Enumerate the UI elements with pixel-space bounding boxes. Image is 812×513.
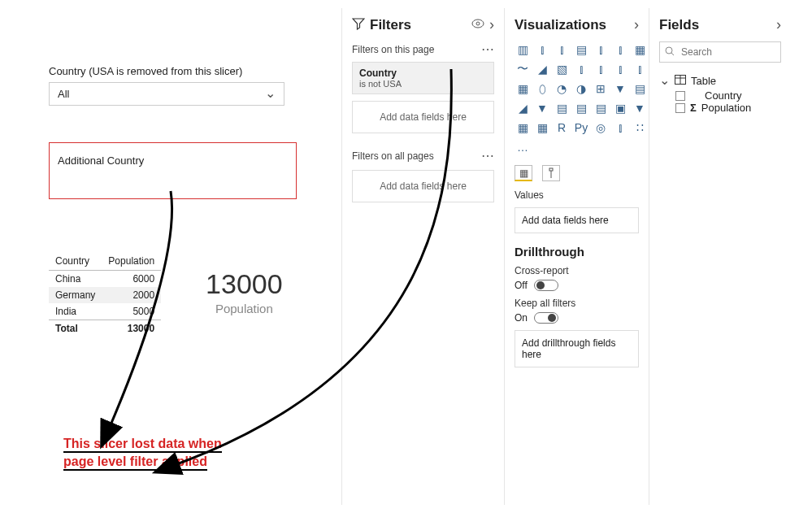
filters-title: Filters	[370, 17, 467, 33]
viz-type-35[interactable]: …	[515, 139, 531, 155]
viz-type-13[interactable]: ⫿	[632, 61, 648, 77]
viz-type-30[interactable]: R	[554, 120, 570, 136]
svg-point-0	[472, 20, 484, 28]
page-filter-dropzone[interactable]: Add data fields here	[352, 101, 494, 133]
viz-type-7[interactable]: 〜	[515, 61, 531, 77]
viz-type-10[interactable]: ⫿	[573, 61, 589, 77]
funnel-icon	[352, 17, 365, 33]
eye-icon[interactable]	[471, 18, 484, 32]
table-head-country: Country	[49, 252, 102, 271]
viz-type-20[interactable]: ▤	[632, 80, 648, 97]
svg-point-4	[666, 47, 672, 54]
viz-type-18[interactable]: ⊞	[593, 80, 609, 97]
cross-report-label: Cross-report	[515, 265, 639, 276]
table-row: India5000	[49, 303, 161, 320]
viz-type-0[interactable]: ▥	[515, 41, 531, 58]
slicer1-dropdown[interactable]: All	[49, 82, 284, 106]
checkbox-country[interactable]	[675, 91, 685, 101]
slicer2-visual[interactable]: Additional Country	[49, 142, 297, 199]
viz-type-32[interactable]: ◎	[593, 120, 609, 136]
checkbox-population[interactable]	[675, 103, 685, 113]
filters-pane: Filters Filters on this page Country is …	[341, 8, 504, 505]
viz-type-31[interactable]: Py	[573, 120, 589, 136]
fields-search-input[interactable]	[680, 46, 805, 59]
viz-type-1[interactable]: ⫿	[534, 41, 550, 58]
fields-well-icon[interactable]: ▦	[515, 165, 532, 181]
fields-pane: Fields Table Country Σ Population	[649, 8, 791, 505]
viz-gallery: ▥⫿⫿▤⫿⫿▦〜◢▧⫿⫿⫿⫿▦⬯◔◑⊞▼▤◢▼▤▤▤▣▼▦▦RPy◎⫿∷…	[515, 41, 639, 155]
svg-point-1	[476, 22, 480, 25]
viz-type-22[interactable]: ▼	[534, 100, 550, 116]
svg-rect-2	[549, 168, 553, 171]
field-country-label: Country	[705, 89, 742, 102]
page-filter-card[interactable]: Country is not USA	[352, 62, 494, 94]
fields-search[interactable]	[659, 41, 781, 63]
viz-type-34[interactable]: ∷	[632, 120, 648, 136]
population-card[interactable]: 13000 Population	[206, 268, 283, 315]
filters-on-all-pages-label: Filters on all pages	[352, 150, 434, 162]
viz-title: Visualizations	[515, 17, 629, 33]
filters-on-page-label: Filters on this page	[352, 44, 434, 55]
collapse-fields-icon[interactable]	[776, 16, 781, 33]
collapse-filters-icon[interactable]	[489, 16, 494, 33]
viz-type-14[interactable]: ▦	[515, 80, 531, 97]
expand-icon[interactable]	[659, 75, 670, 87]
viz-type-2[interactable]: ⫿	[554, 41, 570, 58]
viz-type-33[interactable]: ⫿	[612, 120, 628, 136]
field-wells-switch: ▦	[515, 165, 639, 181]
table-node[interactable]: Table	[659, 72, 781, 89]
page-filters-more-icon[interactable]	[481, 41, 494, 57]
viz-type-11[interactable]: ⫿	[593, 61, 609, 77]
fields-title: Fields	[659, 17, 771, 33]
keep-filters-toggle[interactable]	[534, 312, 558, 324]
format-well-icon[interactable]	[542, 165, 560, 181]
card-value: 13000	[206, 268, 283, 300]
drillthrough-title: Drillthrough	[515, 245, 639, 259]
drillthrough-dropzone[interactable]: Add drillthrough fields here	[515, 330, 639, 367]
viz-type-17[interactable]: ◑	[573, 80, 589, 97]
viz-type-3[interactable]: ▤	[573, 41, 589, 58]
visualizations-pane: Visualizations ▥⫿⫿▤⫿⫿▦〜◢▧⫿⫿⫿⫿▦⬯◔◑⊞▼▤◢▼▤▤…	[504, 8, 649, 505]
viz-type-8[interactable]: ◢	[534, 61, 550, 77]
viz-type-29[interactable]: ▦	[534, 120, 550, 136]
table-total-row: Total13000	[49, 320, 161, 337]
keep-filters-state: On	[515, 312, 528, 324]
all-pages-filters-more-icon[interactable]	[481, 148, 494, 163]
field-population-label: Population	[701, 102, 751, 114]
viz-type-15[interactable]: ⬯	[534, 80, 550, 97]
svg-line-5	[671, 53, 674, 55]
field-population[interactable]: Σ Population	[659, 102, 781, 114]
viz-type-6[interactable]: ▦	[632, 41, 648, 58]
viz-type-24[interactable]: ▤	[573, 100, 589, 116]
viz-type-26[interactable]: ▣	[612, 100, 628, 116]
viz-type-5[interactable]: ⫿	[612, 41, 628, 58]
viz-type-19[interactable]: ▼	[612, 80, 628, 97]
viz-type-25[interactable]: ▤	[593, 100, 609, 116]
viz-type-23[interactable]: ▤	[554, 100, 570, 116]
viz-type-4[interactable]: ⫿	[593, 41, 609, 58]
viz-type-9[interactable]: ▧	[554, 61, 570, 77]
slicer2-title: Additional Country	[58, 154, 144, 167]
card-label: Population	[206, 302, 283, 315]
cross-report-toggle[interactable]	[534, 280, 558, 291]
sigma-icon: Σ	[690, 102, 697, 114]
table-row: China6000	[49, 271, 161, 288]
table-name: Table	[691, 75, 716, 87]
viz-type-28[interactable]: ▦	[515, 120, 531, 136]
chevron-down-icon	[265, 88, 276, 100]
field-country[interactable]: Country	[659, 89, 781, 102]
keep-filters-label: Keep all filters	[515, 298, 639, 309]
viz-type-12[interactable]: ⫿	[612, 61, 628, 77]
collapse-viz-icon[interactable]	[634, 16, 639, 33]
filter-field-name: Country	[359, 67, 487, 79]
table-row: Germany2000	[49, 287, 161, 303]
table-icon	[675, 75, 686, 87]
viz-type-21[interactable]: ◢	[515, 100, 531, 116]
all-pages-filter-dropzone[interactable]: Add data fields here	[352, 170, 494, 202]
viz-type-16[interactable]: ◔	[554, 80, 570, 97]
filter-condition: is not USA	[359, 79, 487, 89]
values-dropzone[interactable]: Add data fields here	[515, 207, 639, 233]
population-table[interactable]: Country Population China6000 Germany2000…	[49, 252, 161, 337]
slicer1-value: All	[58, 88, 69, 100]
viz-type-27[interactable]: ▼	[632, 100, 648, 116]
